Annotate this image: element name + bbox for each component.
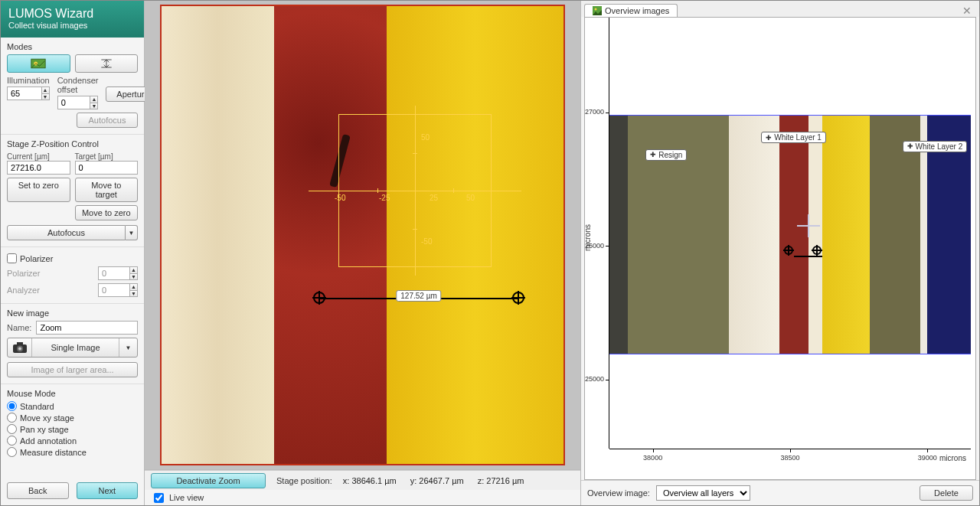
- center-pane: -50 -25 25 50 50 -50 127.52 µm: [145, 1, 581, 505]
- modes-label: Modes: [7, 42, 138, 51]
- current-z-input[interactable]: [7, 161, 70, 175]
- overview-x-axis: 38000 38500 39000 microns: [609, 449, 971, 464]
- pin-icon: ✚: [766, 134, 772, 142]
- mouse-movexy-radio[interactable]: Move xy stage: [7, 413, 138, 423]
- live-view-row: Live view: [145, 490, 580, 505]
- analyzer-row-label: Analyzer: [7, 286, 93, 295]
- new-image-title: New image: [7, 308, 138, 318]
- move-to-zero-button[interactable]: Move to zero: [75, 205, 139, 220]
- measure-handle-right[interactable]: [511, 291, 525, 305]
- polarizer-value-spinner[interactable]: ▲▼: [98, 266, 138, 280]
- stage-z-panel: Stage Z-Position Control Current [µm] Ta…: [1, 135, 144, 247]
- next-button[interactable]: Next: [77, 482, 139, 499]
- center-footer: Deactivate Zoom Stage position: x: 38646…: [145, 470, 580, 490]
- deactivate-zoom-button[interactable]: Deactivate Zoom: [151, 473, 266, 488]
- camera-icon: [8, 338, 32, 357]
- condenser-input[interactable]: [57, 96, 90, 109]
- overview-crosshair[interactable]: [797, 214, 820, 237]
- single-image-label: Single Image: [32, 338, 119, 357]
- delete-button[interactable]: Delete: [920, 485, 973, 501]
- polarizer-panel: Polarizer Polarizer ▲▼ Analyzer ▲▼: [1, 247, 144, 304]
- stage-z-title: Stage Z-Position Control: [7, 139, 138, 149]
- illumination-input[interactable]: [7, 87, 41, 100]
- illumination-spinner[interactable]: ▲▼: [7, 87, 50, 100]
- current-label: Current [µm]: [7, 152, 50, 161]
- close-icon[interactable]: ✕: [962, 5, 972, 17]
- live-view-label: Live view: [169, 493, 204, 502]
- svg-point-7: [18, 348, 21, 351]
- mode-measure-button[interactable]: [75, 54, 139, 73]
- overview-image-select[interactable]: Overview all layers: [656, 485, 750, 501]
- live-view-checkbox[interactable]: [154, 493, 164, 503]
- wizard-header: LUMOS Wizard Collect visual images: [1, 1, 144, 38]
- mode-visual-button[interactable]: [7, 54, 70, 73]
- illumination-label: Illumination: [7, 76, 50, 85]
- analyzer-value-input[interactable]: [98, 283, 129, 297]
- overview-tabbar: Overview images ✕: [581, 1, 979, 17]
- image-icon: [593, 6, 602, 15]
- image-name-input[interactable]: [36, 321, 138, 335]
- polarizer-value-input[interactable]: [98, 266, 129, 280]
- overview-image-label: Overview image:: [587, 488, 650, 498]
- wizard-subtitle: Collect visual images: [8, 21, 136, 30]
- autofocus-button-top[interactable]: Autofocus: [77, 113, 138, 128]
- mouse-mode-panel: Mouse Mode Standard Move xy stage Pan xy…: [1, 384, 144, 465]
- back-button[interactable]: Back: [7, 482, 69, 499]
- stage-x-readout: x: 38646.1 µm: [343, 476, 397, 485]
- chevron-down-icon[interactable]: ▼: [126, 225, 138, 240]
- spin-up-icon[interactable]: ▲: [90, 96, 97, 103]
- pin-icon: ✚: [907, 142, 913, 150]
- condenser-label: Condenser offset: [57, 76, 99, 94]
- target-label: Target [µm]: [75, 152, 113, 161]
- spin-up-icon[interactable]: ▲: [42, 87, 49, 94]
- set-to-zero-button[interactable]: Set to zero: [7, 178, 70, 202]
- svg-point-9: [595, 8, 597, 11]
- measure-distance-label: 127.52 µm: [396, 290, 441, 302]
- overview-plot[interactable]: microns 27000 26000 25000: [584, 17, 976, 480]
- wizard-nav-footer: Back Next: [1, 476, 144, 505]
- polarizer-checkbox[interactable]: [7, 253, 17, 263]
- overview-footer: Overview image: Overview all layers Dele…: [581, 480, 979, 505]
- chevron-down-icon[interactable]: ▼: [119, 338, 137, 357]
- new-image-panel: New image Name: Single Image ▼ Image of …: [1, 304, 144, 384]
- mouse-panxy-radio[interactable]: Pan xy stage: [7, 424, 138, 434]
- stage-position-label: Stage position:: [276, 476, 332, 485]
- stage-z-readout: z: 27216 µm: [478, 476, 524, 485]
- pin-icon: ✚: [650, 151, 656, 158]
- spin-down-icon[interactable]: ▼: [90, 103, 97, 109]
- polarizer-row-label: Polarizer: [7, 269, 93, 278]
- svg-rect-5: [17, 342, 23, 345]
- overview-images-tab[interactable]: Overview images: [584, 4, 678, 17]
- svg-rect-0: [31, 59, 45, 68]
- live-viewport[interactable]: -50 -25 25 50 50 -50 127.52 µm: [145, 1, 580, 470]
- app-window: LUMOS Wizard Collect visual images Modes…: [0, 0, 980, 506]
- analyzer-value-spinner[interactable]: ▲▼: [98, 283, 138, 297]
- move-to-target-button[interactable]: Move to target: [75, 178, 139, 202]
- annotation-white-layer-2[interactable]: ✚White Layer 2: [903, 141, 968, 152]
- annotation-white-layer-1[interactable]: ✚White Layer 1: [761, 132, 826, 143]
- right-pane: Overview images ✕ microns 27000 26000 25…: [581, 1, 979, 505]
- target-z-input[interactable]: [75, 161, 139, 175]
- autofocus-dropdown[interactable]: Autofocus ▼: [7, 225, 138, 240]
- annotation-resign[interactable]: ✚Resign: [645, 149, 687, 161]
- single-image-button[interactable]: Single Image ▼: [7, 338, 138, 357]
- measure-handle-left[interactable]: [312, 291, 326, 305]
- polarizer-chk-label: Polarizer: [20, 254, 53, 263]
- left-sidebar: LUMOS Wizard Collect visual images Modes…: [1, 1, 145, 505]
- wizard-title: LUMOS Wizard: [8, 7, 136, 21]
- overview-y-axis: microns 27000 26000 25000: [585, 18, 609, 449]
- larger-area-button[interactable]: Image of larger area...: [7, 362, 138, 377]
- modes-panel: Modes Illumination ▲▼ Conde: [1, 38, 144, 135]
- stage-y-readout: y: 26467.7 µm: [410, 476, 464, 485]
- overview-canvas: ✚Resign ✚White Layer 1 ✚White Layer 2: [609, 21, 971, 449]
- sample-image: [160, 5, 565, 465]
- mouse-standard-radio[interactable]: Standard: [7, 401, 138, 411]
- mouse-addann-radio[interactable]: Add annotation: [7, 436, 138, 446]
- mouse-measure-radio[interactable]: Measure distance: [7, 447, 138, 457]
- spin-down-icon[interactable]: ▼: [42, 94, 49, 100]
- mouse-mode-title: Mouse Mode: [7, 389, 138, 398]
- condenser-spinner[interactable]: ▲▼: [57, 96, 99, 109]
- name-label: Name:: [7, 323, 31, 332]
- autofocus-button[interactable]: Autofocus: [7, 225, 126, 240]
